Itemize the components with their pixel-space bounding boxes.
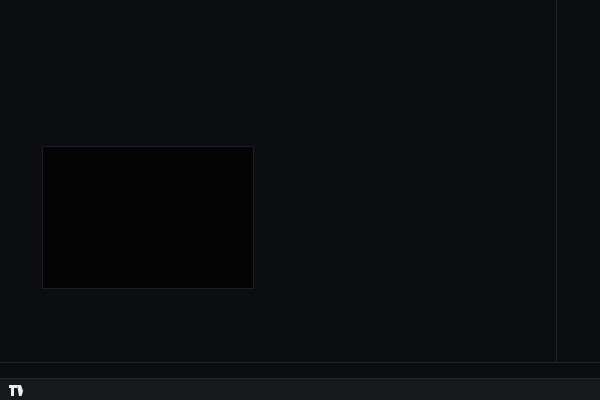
pasted-image-overlay[interactable] <box>42 146 254 289</box>
tradingview-logo-icon <box>9 384 25 397</box>
tradingview-logo[interactable] <box>9 384 30 397</box>
bottom-toolbar <box>0 378 600 400</box>
price-axis[interactable] <box>556 0 600 362</box>
symbol-legend[interactable] <box>6 4 30 13</box>
inset-chart-svg <box>43 147 253 288</box>
tradingview-window <box>0 0 600 400</box>
time-axis[interactable] <box>0 362 600 379</box>
